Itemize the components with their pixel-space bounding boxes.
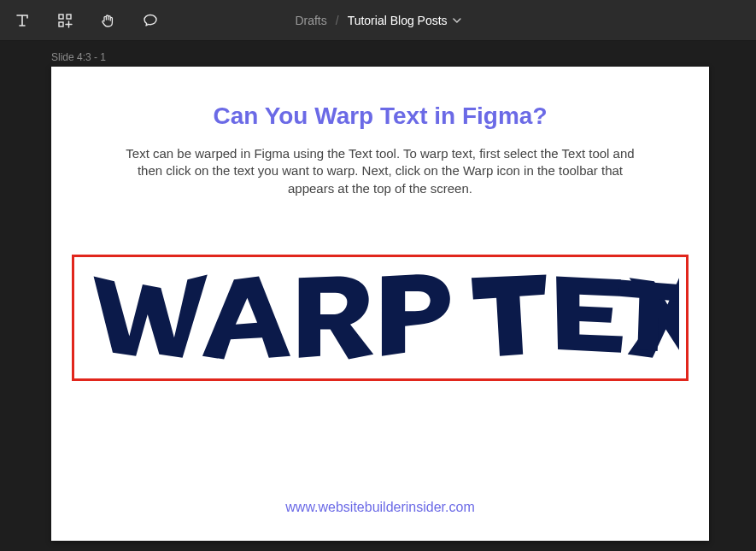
svg-rect-1 (67, 15, 71, 19)
slide-frame[interactable]: Can You Warp Text in Figma? Text can be … (51, 67, 709, 541)
comment-tool-button[interactable] (138, 9, 162, 32)
text-tool-button[interactable] (10, 9, 34, 32)
slide-title: Can You Warp Text in Figma? (51, 103, 709, 130)
svg-marker-6 (472, 274, 547, 355)
svg-rect-0 (59, 15, 63, 19)
breadcrumb: Drafts / Tutorial Blog Posts (295, 14, 460, 27)
warp-text-highlight (72, 255, 689, 381)
svg-marker-7 (556, 276, 623, 352)
slide-body: Text can be warped in Figma using the Te… (107, 145, 653, 197)
breadcrumb-file-label: Tutorial Blog Posts (348, 14, 448, 27)
comment-icon (142, 12, 159, 29)
warp-text-graphic (81, 258, 679, 378)
breadcrumb-separator: / (336, 14, 339, 27)
hand-icon (99, 12, 116, 29)
top-toolbar: Drafts / Tutorial Blog Posts (0, 0, 756, 41)
frame-label[interactable]: Slide 4:3 - 1 (51, 51, 106, 63)
components-icon (56, 12, 73, 29)
canvas[interactable]: Slide 4:3 - 1 Can You Warp Text in Figma… (0, 41, 756, 551)
text-icon (14, 12, 31, 29)
hand-tool-button[interactable] (96, 9, 120, 32)
resources-tool-button[interactable] (53, 9, 77, 32)
svg-marker-3 (94, 274, 208, 357)
chevron-down-icon (453, 16, 461, 25)
breadcrumb-drafts[interactable]: Drafts (295, 14, 326, 27)
slide-footer-url: www.websitebuilderinsider.com (51, 500, 709, 515)
breadcrumb-file[interactable]: Tutorial Blog Posts (348, 14, 461, 27)
tool-group (10, 9, 162, 32)
svg-rect-2 (59, 22, 63, 26)
